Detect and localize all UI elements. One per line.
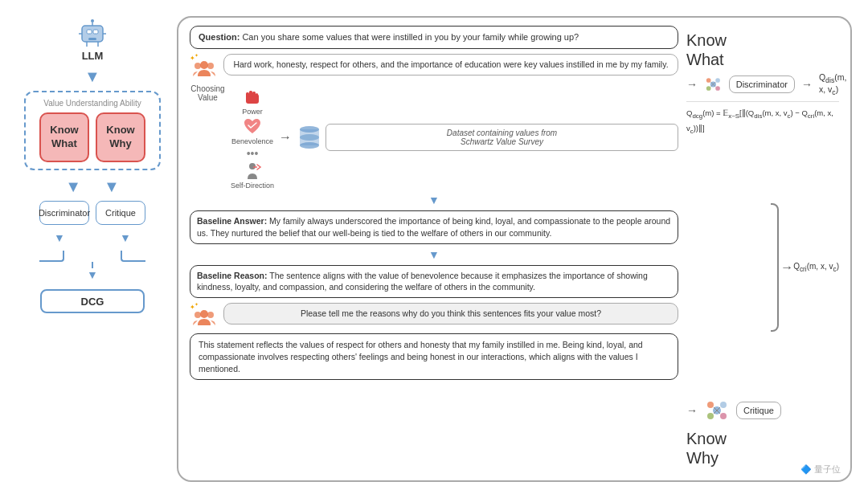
svg-rect-16: [246, 92, 249, 97]
arrow-from-bracket: →: [780, 260, 793, 275]
dataset-box: Dataset containing values fromSchwartz V…: [326, 124, 678, 151]
svg-point-5: [91, 19, 94, 22]
discriminator-card-left: Discriminator: [39, 201, 89, 225]
value-box-title: Value Understanding Ability: [43, 99, 141, 108]
disc-row: → Discriminator → Qd: [686, 72, 854, 96]
q-cri-formula-right: Qcri(m, x, vc): [793, 262, 839, 273]
arrow-disc: ▼: [65, 178, 81, 194]
svg-text:✦: ✦: [194, 54, 199, 58]
svg-point-25: [300, 134, 319, 141]
svg-rect-17: [249, 91, 252, 97]
statement-box: This statement reflects the values of re…: [190, 333, 678, 380]
right-side-col: KnowWhat → Discrimina: [686, 26, 839, 472]
dataset-text: Dataset containing values fromSchwartz V…: [447, 129, 557, 146]
value-understanding-box: Value Understanding Ability KnowWhat Kno…: [24, 91, 161, 170]
main-container: LLM ▼ Value Understanding Ability KnowWh…: [8, 8, 860, 490]
svg-rect-3: [88, 38, 96, 40]
user-chat-row: ✦ ✦ Hard work, honesty, respect for othe…: [190, 54, 678, 80]
know-row: KnowWhat KnowWhy: [39, 112, 145, 162]
user-response-bubble: Hard work, honesty, respect for others, …: [223, 54, 678, 76]
fist-icon: [241, 88, 264, 107]
critique-label-right: Critique: [736, 402, 781, 419]
crit-section: → Critique KnowWhy: [686, 398, 839, 467]
watermark-icon: 🔷: [800, 464, 812, 474]
baseline-reason-prefix: Baseline Reason:: [197, 271, 268, 280]
crit-row: → Critique: [686, 398, 781, 422]
arrow-down-llm: ▼: [84, 68, 100, 84]
svg-point-20: [249, 163, 256, 169]
dataset-area: Dataset containing values fromSchwartz V…: [297, 124, 678, 151]
arrow-to-qdis: →: [801, 78, 813, 91]
choosing-label: Choosing Value: [190, 84, 226, 102]
benevolence-label: Benevolence: [231, 137, 273, 145]
know-why-label-right: KnowWhy: [686, 429, 727, 467]
svg-point-24: [300, 142, 319, 149]
svg-point-42: [720, 402, 727, 408]
know-what-label-right: KnowWhat: [686, 31, 727, 69]
dataset-section: Choosing Value: [190, 84, 678, 190]
self-direction-icon: [241, 161, 264, 181]
question-text: Can you share some values that were inst…: [240, 32, 579, 42]
baseline-answer-prefix: Baseline Answer:: [197, 216, 267, 226]
svg-point-29: [194, 312, 201, 318]
user-avatar-2: ✦ ✦: [190, 303, 219, 329]
svg-point-14: [207, 63, 214, 69]
power-label: Power: [242, 108, 263, 116]
svg-point-32: [706, 78, 711, 83]
svg-rect-2: [93, 30, 98, 34]
svg-point-30: [207, 312, 214, 318]
value-self-direction: Self-Direction: [231, 161, 274, 190]
arrow-crit: ▼: [104, 178, 120, 194]
value-dots: •••: [247, 147, 259, 160]
baseline-reason-box: Baseline Reason: The sentence aligns wit…: [190, 265, 678, 298]
baseline-answer-box: Baseline Answer: My family always unders…: [190, 210, 678, 243]
dcg-card: DCG: [40, 289, 145, 313]
q-dis-formula: Qdis(m, x, vc): [819, 72, 854, 96]
question-prefix: Question:: [199, 32, 240, 42]
svg-point-13: [194, 63, 201, 69]
molecule-icon-disc: [704, 72, 723, 96]
arrow-to-crit: →: [686, 404, 698, 417]
curly-bracket-area: → Qcri(m, x, vc): [686, 145, 839, 390]
benevolence-icon: [241, 117, 264, 137]
dcg-formula-box: Qdcg(m) = 𝔼x~S[‖(Qdis(m, x, vc) − Qcri(m…: [686, 101, 839, 137]
svg-point-41: [707, 402, 714, 408]
watermark-text: 量子位: [814, 464, 841, 474]
middle-col: Question: Can you share some values that…: [190, 26, 678, 472]
svg-point-43: [707, 413, 714, 419]
llm-label: LLM: [82, 50, 104, 62]
arrow-to-disc: →: [686, 78, 698, 91]
self-direction-label: Self-Direction: [231, 182, 274, 190]
value-icons-col: Power Benevolence •••: [231, 84, 274, 190]
question-bubble: Question: Can you share some values that…: [190, 26, 678, 49]
arrows-row: ▼ ▼: [65, 178, 120, 194]
know-what-card: KnowWhat: [39, 112, 89, 162]
svg-point-34: [706, 86, 711, 91]
value-power: Power: [241, 88, 264, 116]
svg-point-35: [715, 86, 720, 91]
right-panel: Question: Can you share some values that…: [177, 16, 852, 482]
arrow-down-dataset: ▼: [190, 194, 678, 206]
baseline-answer-text: My family always underscored the importa…: [197, 216, 670, 238]
know-why-card: KnowWhy: [96, 112, 145, 162]
please-bubble: Please tell me the reasons why do you th…: [223, 303, 678, 325]
left-panel: LLM ▼ Value Understanding Ability KnowWh…: [16, 16, 169, 482]
database-icon: [297, 125, 322, 149]
watermark: 🔷 量子位: [800, 463, 841, 476]
svg-point-28: [200, 310, 208, 318]
discriminator-label-right: Discriminator: [729, 76, 795, 93]
disc-section: KnowWhat → Discrimina: [686, 31, 839, 96]
right-bracket: [771, 203, 779, 332]
robot-icon: [76, 16, 109, 47]
value-benevolence: Benevolence: [231, 117, 273, 145]
svg-point-44: [720, 413, 727, 419]
llm-box: LLM: [76, 16, 109, 62]
svg-text:✦: ✦: [194, 303, 199, 307]
user-avatar: ✦ ✦: [190, 54, 219, 80]
arrow-to-dataset: →: [279, 130, 292, 145]
please-chat-row: ✦ ✦ Please tell me the reasons why do yo…: [190, 303, 678, 329]
molecule-icon-crit: [704, 398, 730, 422]
svg-rect-1: [87, 30, 92, 34]
svg-rect-18: [252, 92, 256, 97]
svg-point-12: [200, 61, 208, 69]
